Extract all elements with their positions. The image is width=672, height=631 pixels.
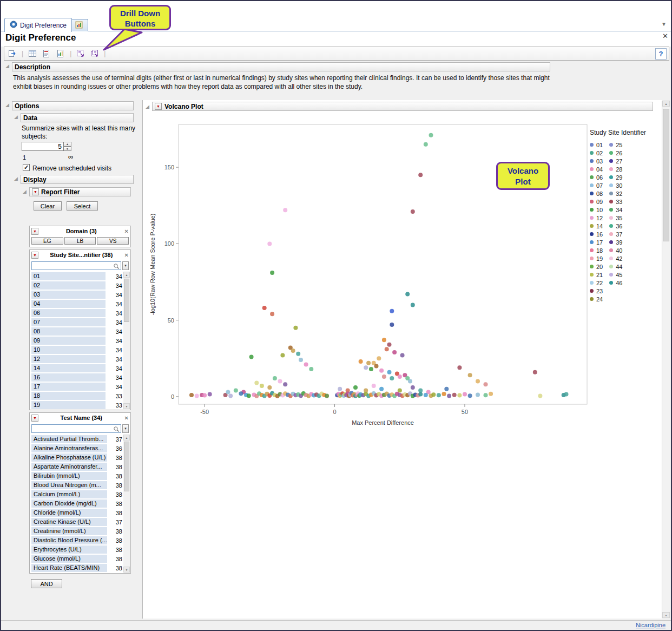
data-point[interactable] bbox=[283, 208, 287, 212]
filter-item-label[interactable]: 09 bbox=[31, 337, 106, 345]
legend-item[interactable]: 23 bbox=[590, 287, 603, 295]
tab-digit-preference[interactable]: Digit Preference bbox=[4, 18, 72, 32]
legend-item[interactable]: 24 bbox=[590, 295, 603, 303]
list-item[interactable]: Activated Partial Thromb...37 bbox=[30, 435, 123, 444]
data-point[interactable] bbox=[270, 271, 274, 275]
data-point[interactable] bbox=[424, 142, 428, 147]
legend-item[interactable]: 44 bbox=[609, 262, 622, 271]
site-list-scrollbar[interactable]: ▲ ▼ bbox=[123, 272, 130, 409]
data-point[interactable] bbox=[390, 309, 394, 313]
save-report-icon[interactable] bbox=[55, 48, 67, 60]
data-point[interactable] bbox=[424, 393, 428, 397]
close-icon[interactable]: ✕ bbox=[124, 252, 129, 258]
data-point[interactable] bbox=[353, 385, 358, 390]
close-icon[interactable]: ✕ bbox=[662, 32, 668, 40]
legend-item[interactable]: 21 bbox=[590, 271, 603, 279]
filter-item-label[interactable]: 02 bbox=[31, 281, 106, 290]
domain-button-lb[interactable]: LB bbox=[64, 237, 96, 245]
legend-item[interactable]: 28 bbox=[609, 165, 622, 173]
legend-item[interactable]: 09 bbox=[590, 198, 603, 206]
data-point[interactable] bbox=[273, 376, 277, 380]
data-point[interactable] bbox=[468, 373, 472, 377]
list-item[interactable]: Heart Rate (BEATS/MIN)38 bbox=[30, 563, 123, 573]
list-item[interactable]: Erythrocytes (U/L)38 bbox=[30, 545, 123, 554]
legend-item[interactable]: 46 bbox=[609, 279, 622, 287]
legend-item[interactable]: 33 bbox=[609, 198, 622, 206]
legend-item[interactable]: 32 bbox=[609, 189, 622, 198]
remove-visits-checkbox[interactable]: ✓ bbox=[23, 164, 30, 171]
data-point[interactable] bbox=[325, 394, 329, 398]
tab-list-menu-icon[interactable]: ▼ bbox=[661, 21, 667, 27]
filter-item-label[interactable]: 18 bbox=[31, 392, 106, 400]
data-point[interactable] bbox=[382, 374, 386, 379]
and-button[interactable]: AND bbox=[31, 579, 62, 588]
data-point[interactable] bbox=[249, 354, 254, 359]
data-point[interactable] bbox=[538, 394, 542, 398]
legend-item[interactable]: 29 bbox=[609, 173, 622, 181]
data-point[interactable] bbox=[444, 387, 449, 391]
data-point[interactable] bbox=[431, 392, 436, 397]
data-point[interactable] bbox=[468, 393, 472, 398]
data-point[interactable] bbox=[390, 323, 394, 327]
legend-item[interactable]: 12 bbox=[590, 214, 603, 222]
list-item[interactable]: 0734 bbox=[30, 318, 123, 327]
search-dropdown-icon[interactable]: ▾ bbox=[122, 424, 129, 433]
legend-item[interactable]: 30 bbox=[609, 181, 622, 189]
data-point[interactable] bbox=[338, 387, 342, 391]
data-point[interactable] bbox=[254, 380, 259, 385]
description-header[interactable]: Description bbox=[12, 62, 550, 71]
scroll-down-icon[interactable]: ▼ bbox=[123, 403, 130, 409]
legend-item[interactable]: 39 bbox=[609, 238, 622, 246]
domain-button-eg[interactable]: EG bbox=[31, 237, 63, 245]
report-filter-header[interactable]: ▼ Report Filter bbox=[29, 187, 131, 196]
data-point[interactable] bbox=[247, 393, 251, 398]
data-point[interactable] bbox=[366, 361, 371, 365]
legend-item[interactable]: 40 bbox=[609, 246, 622, 254]
data-point[interactable] bbox=[202, 393, 207, 398]
drill-down-button-1[interactable] bbox=[75, 48, 87, 60]
data-point[interactable] bbox=[226, 390, 230, 394]
disclosure-icon[interactable]: ◢ bbox=[5, 63, 9, 69]
data-point[interactable] bbox=[390, 376, 394, 380]
data-point[interactable] bbox=[379, 387, 384, 391]
legend-item[interactable]: 26 bbox=[609, 149, 622, 157]
list-item[interactable]: Creatine Kinase (U/L)37 bbox=[30, 517, 123, 527]
domain-button-vs[interactable]: VS bbox=[97, 237, 129, 245]
legend-item[interactable]: 25 bbox=[609, 141, 622, 149]
red-triangle-icon[interactable]: ▼ bbox=[155, 103, 162, 110]
data-point[interactable] bbox=[476, 393, 480, 397]
list-item[interactable]: Blood Urea Nitrogen (m...38 bbox=[30, 481, 123, 490]
clear-button[interactable]: Clear bbox=[34, 201, 62, 211]
data-point[interactable] bbox=[408, 379, 412, 384]
report-scrollbar[interactable]: ▲ ▼ bbox=[662, 101, 670, 618]
list-item[interactable]: Creatinine (mmol/L)38 bbox=[30, 527, 123, 536]
legend-item[interactable]: 07 bbox=[590, 181, 603, 189]
subjects-count-input[interactable] bbox=[22, 142, 64, 151]
legend-item[interactable]: 42 bbox=[609, 254, 622, 262]
list-item[interactable]: Glucose (mmol/L)38 bbox=[30, 554, 123, 563]
filter-item-label[interactable]: 16 bbox=[31, 373, 106, 382]
data-point[interactable] bbox=[382, 338, 386, 342]
disclosure-icon[interactable]: ◢ bbox=[146, 104, 149, 109]
legend-item[interactable]: 04 bbox=[590, 165, 603, 173]
filter-item-label[interactable]: Chloride (mmol/L) bbox=[31, 509, 107, 517]
scroll-down-icon[interactable]: ▼ bbox=[123, 567, 130, 573]
disclosure-icon[interactable]: ◢ bbox=[5, 102, 9, 108]
disclosure-icon[interactable]: ◢ bbox=[14, 176, 18, 181]
data-point[interactable] bbox=[299, 358, 303, 362]
options-header[interactable]: Options bbox=[12, 101, 134, 110]
close-icon[interactable]: ✕ bbox=[124, 228, 129, 234]
filter-item-label[interactable]: 07 bbox=[31, 318, 106, 326]
legend-item[interactable]: 34 bbox=[609, 206, 622, 214]
data-point[interactable] bbox=[189, 393, 194, 397]
legend-item[interactable]: 08 bbox=[590, 189, 603, 198]
list-item[interactable]: Calcium (mmol/L)38 bbox=[30, 490, 123, 499]
data-point[interactable] bbox=[437, 393, 441, 397]
list-item[interactable]: Alanine Aminotransferas...36 bbox=[30, 444, 123, 453]
data-point[interactable] bbox=[278, 379, 282, 384]
data-point[interactable] bbox=[411, 385, 415, 390]
red-triangle-icon[interactable]: ▼ bbox=[32, 188, 39, 195]
filter-item-label[interactable]: 06 bbox=[31, 309, 106, 317]
list-item[interactable]: 1933 bbox=[30, 400, 123, 409]
data-point[interactable] bbox=[364, 365, 368, 370]
